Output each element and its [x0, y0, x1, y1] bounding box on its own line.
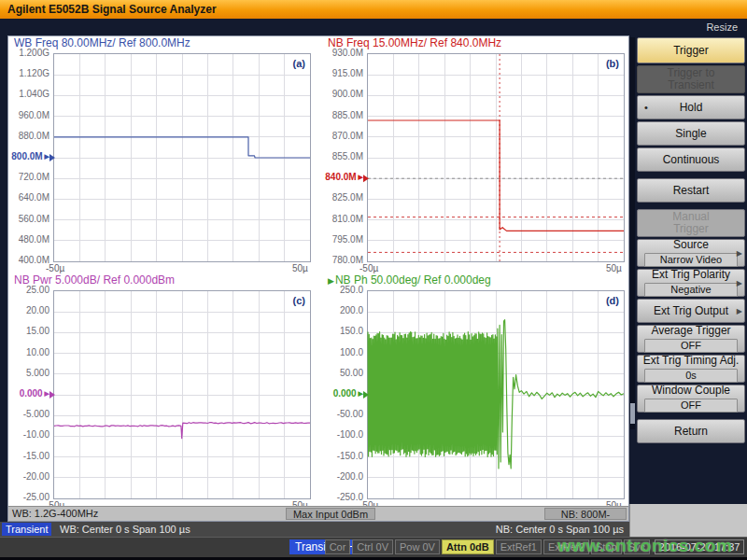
chart-c-ytick: 5.000 [8, 369, 49, 378]
window-title: Agilent E5052B Signal Source Analyzer [7, 3, 217, 16]
menu-item-label: Trigger [673, 45, 709, 57]
chart-d-ytick: 250.0 [322, 286, 363, 295]
chart-c-ytick: -25.00 [8, 493, 49, 502]
nb-sweep-label: NB: Center 0 s Span 100 µs [496, 523, 624, 536]
menu-item-continuous[interactable]: Continuous [637, 147, 745, 172]
menu-item-label: Source [673, 239, 709, 251]
chart-a-ytick: 880.0M [8, 132, 49, 141]
menu-item-label: Trigger to Transient [668, 67, 715, 91]
resize-button[interactable]: Resize [706, 21, 738, 33]
chart-a-ytick: 800.0M ▶ [8, 152, 49, 161]
chart-c-corner-label: (c) [293, 295, 305, 306]
chart-a-plot-area: (a) [53, 53, 311, 262]
datetime-display: 2016-07-27 17:37 [655, 539, 744, 554]
chart-d-ytick: -100.0 [322, 430, 363, 440]
chart-b: NB Freq 15.00MHz/ Ref 840.0MHz930.0M915.… [322, 36, 630, 272]
chart-b-ytick: 855.0M [322, 152, 363, 161]
menu-item-label: Window Couple [652, 385, 730, 397]
chart-c: NB Pwr 5.000dB/ Ref 0.000dBm25.0020.0015… [8, 273, 317, 509]
menu-item-hold[interactable]: •Hold [637, 95, 745, 119]
chart-b-ytick: 870.0M [322, 132, 363, 141]
e5052b-screen: Agilent E5052B Signal Source Analyzer Re… [0, 0, 747, 560]
status-indicator-stop: Stop [591, 539, 622, 554]
selected-bullet-icon: • [644, 102, 648, 114]
menu-item-value: 0s [644, 369, 738, 383]
menu-item-label: Hold [680, 102, 703, 114]
chart-d-ytick: 0.000 ▶ [322, 389, 363, 399]
menu-item-label: Single [675, 128, 706, 140]
chart-d-ytick: -250.0 [322, 493, 363, 502]
chart-c-ytick: -15.00 [8, 452, 49, 461]
menu-item-label: Ext Trig Polarity [652, 269, 730, 281]
chart-b-ytick: 810.0M [322, 215, 363, 224]
status-indicator-extref2: ExtRef2 [543, 539, 589, 554]
chart-c-plot-area: (c) [53, 290, 311, 499]
chart-b-ytick: 915.0M [322, 69, 363, 78]
menu-item-label: Manual Trigger [672, 211, 709, 235]
menu-item-ext-trig-polarity[interactable]: Ext Trig PolarityNegative▶ [637, 269, 745, 297]
max-input-label: Max Input 0dBm [286, 508, 375, 520]
menu-item-trigger-to-transient: Trigger to Transient [637, 65, 745, 93]
chart-a-ytick: 1.200G [8, 49, 49, 58]
chart-a-ytick: 960.0M [8, 111, 49, 120]
menu-item-value: OFF [644, 399, 738, 413]
chart-d-plot-area: (d) [367, 290, 625, 499]
softkey-menu: TriggerTrigger to Transient•HoldSingleCo… [637, 37, 745, 443]
chart-d: ▶NB Ph 50.00deg/ Ref 0.000deg250.0200.01… [322, 273, 630, 509]
chart-a-ytick: 480.0M [8, 235, 49, 245]
chart-b-xtick-max: 50µ [606, 263, 622, 273]
menu-item-label: Ext Trig Timing Adj. [643, 355, 740, 367]
menu-item-trigger: Trigger [637, 37, 745, 63]
menu-item-source[interactable]: SourceNarrow Video▶ [637, 239, 745, 267]
menu-scrollbar[interactable] [630, 37, 635, 429]
menu-item-single[interactable]: Single [637, 121, 745, 146]
menu-item-average-trigger[interactable]: Average TriggerOFF [637, 325, 745, 353]
chart-d-ytick: -50.00 [322, 410, 363, 419]
chart-b-ytick: 795.0M [322, 235, 363, 245]
range-info-bar: WB: 1.2G-400MHzMax Input 0dBmNB: 800M-88… [8, 506, 628, 521]
menu-item-ext-trig-output[interactable]: Ext Trig Output▶ [637, 299, 745, 323]
menu-item-manual-trigger: Manual Trigger [637, 209, 745, 237]
menu-item-ext-trig-timing-adj[interactable]: Ext Trig Timing Adj.0s [637, 355, 745, 383]
chart-c-ytick: 0.000 ▶ [8, 389, 49, 399]
menu-item-return[interactable]: Return [637, 419, 745, 443]
sweep-status-bar: Transient WB: Center 0 s Span 100 µs NB:… [0, 522, 635, 537]
chart-d-ytick: 200.0 [322, 306, 363, 315]
status-indicators: CorCtrl 0VPow 0VAttn 0dBExtRef1ExtRef2St… [325, 539, 650, 554]
active-trace-icon: ▶ [328, 276, 334, 286]
chart-b-ytick: 885.0M [322, 111, 363, 120]
chart-c-ytick: -5.000 [8, 410, 49, 419]
instrument-status-bar: Transient: Hold CorCtrl 0VPow 0VAttn 0dB… [0, 537, 747, 557]
panel-corner-filler [629, 504, 747, 537]
chart-a-ytick: 1.120G [8, 69, 49, 78]
menu-item-restart[interactable]: Restart [637, 178, 745, 203]
chart-d-corner-label: (d) [606, 295, 619, 306]
menu-item-window-couple[interactable]: Window CoupleOFF [637, 385, 745, 413]
chart-a-xtick-max: 50µ [292, 263, 308, 273]
chart-a: WB Freq 80.00MHz/ Ref 800.0MHz1.200G1.12… [8, 36, 317, 272]
submenu-arrow-icon: ▶ [737, 247, 742, 259]
status-indicator-extref1: ExtRef1 [496, 539, 542, 554]
chart-b-ytick: 825.0M [322, 193, 363, 203]
chart-b-ytick: 900.0M [322, 90, 363, 99]
plot-window: WB Freq 80.00MHz/ Ref 800.0MHz1.200G1.12… [7, 35, 629, 522]
status-indicator-svc: Svc [624, 539, 650, 554]
chart-a-xtick-min: -50µ [46, 263, 64, 273]
chart-d-ytick: 100.0 [322, 348, 363, 357]
chart-b-ytick: 780.0M [322, 256, 363, 265]
chart-d-ytick: -200.0 [322, 472, 363, 482]
chart-c-ytick: -10.00 [8, 430, 49, 440]
chart-b-ytick: 840.0M ▶ [322, 173, 363, 182]
menu-item-label: Restart [673, 185, 710, 197]
chart-b-corner-label: (b) [606, 58, 619, 69]
chart-d-ytick: 150.0 [322, 327, 363, 336]
chart-c-ytick: 10.00 [8, 348, 49, 357]
chart-c-ytick: 20.00 [8, 306, 49, 315]
chart-c-ytick: -20.00 [8, 472, 49, 482]
chart-c-ytick: 25.00 [8, 286, 49, 295]
submenu-arrow-icon: ▶ [737, 305, 742, 317]
window-titlebar: Agilent E5052B Signal Source Analyzer [0, 0, 747, 19]
menu-scrollbar-thumb[interactable] [630, 403, 635, 424]
menu-item-value: Narrow Video [644, 253, 738, 267]
menu-item-label: Average Trigger [651, 325, 730, 337]
